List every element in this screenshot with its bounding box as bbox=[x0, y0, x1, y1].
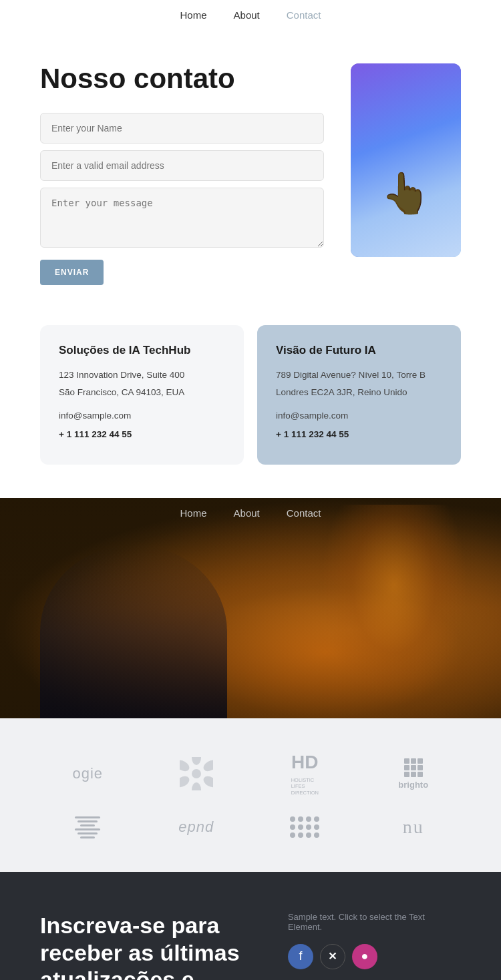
info-card-1: Soluções de IA TechHub 123 Innovation Dr… bbox=[40, 325, 244, 464]
name-input[interactable] bbox=[40, 113, 324, 144]
logo-epnd: epnd bbox=[178, 818, 214, 836]
contact-title: Nosso contato bbox=[40, 63, 324, 94]
facebook-icon[interactable]: f bbox=[288, 944, 313, 969]
info-cards: Soluções de IA TechHub 123 Innovation Dr… bbox=[0, 325, 501, 497]
top-nav: Home About Contact bbox=[0, 0, 501, 30]
logo-hd: HD HOLISTICLIFESDIRECTION bbox=[291, 752, 319, 796]
contact-section: Nosso contato ENVIAR bbox=[0, 30, 501, 325]
contact-hero-image bbox=[351, 63, 461, 257]
info-card-2: Visão de Futuro IA 789 Digital Avenue? N… bbox=[257, 325, 461, 464]
svg-point-0 bbox=[192, 757, 201, 765]
svg-point-2 bbox=[202, 774, 213, 790]
twitter-icon[interactable]: ✕ bbox=[320, 944, 345, 969]
hero-bg bbox=[0, 498, 501, 718]
footer-content: Inscreva-se para receber as últimas atua… bbox=[40, 912, 461, 980]
footer-section: Inscreva-se para receber as últimas atua… bbox=[0, 872, 501, 980]
hero-nav-home[interactable]: Home bbox=[180, 507, 207, 519]
hero-nav-about[interactable]: About bbox=[234, 507, 260, 519]
svg-point-1 bbox=[202, 758, 213, 774]
hero-nav: Home About Contact bbox=[0, 498, 501, 528]
submit-button[interactable]: ENVIAR bbox=[40, 260, 104, 285]
card-email-1: info@sample.com bbox=[59, 409, 225, 423]
footer-sample-text: Sample text. Click to select the Text El… bbox=[288, 912, 461, 932]
social-icons: f ✕ ● bbox=[288, 944, 461, 969]
logo-stripes bbox=[75, 816, 100, 838]
hero-image-section: Home About Contact bbox=[0, 498, 501, 718]
card-phone-2: + 1 111 232 44 55 bbox=[276, 427, 442, 442]
logos-section: ogie HD HOLISTICLIFESDIRECTION brighto bbox=[0, 718, 501, 872]
nav-about[interactable]: About bbox=[234, 9, 260, 21]
footer-right: Sample text. Click to select the Text El… bbox=[288, 912, 461, 980]
logo-flower bbox=[180, 757, 213, 790]
card-address-1a: 123 Innovation Drive, Suite 400 bbox=[59, 368, 225, 383]
logo-brighto: brighto bbox=[398, 758, 428, 790]
footer-left: Inscreva-se para receber as últimas atua… bbox=[40, 912, 248, 980]
logo-ogie: ogie bbox=[72, 765, 103, 782]
card-phone-1: + 1 111 232 44 55 bbox=[59, 427, 225, 442]
logo-nu: nu bbox=[403, 816, 424, 838]
card-address-1b: São Francisco, CA 94103, EUA bbox=[59, 385, 225, 400]
nav-home[interactable]: Home bbox=[180, 9, 207, 21]
card-email-2: info@sample.com bbox=[276, 409, 442, 423]
email-input[interactable] bbox=[40, 150, 324, 181]
svg-point-4 bbox=[180, 774, 191, 790]
logo-dots bbox=[290, 816, 319, 838]
instagram-icon[interactable]: ● bbox=[352, 944, 377, 969]
contact-form-area: Nosso contato ENVIAR bbox=[40, 63, 324, 285]
svg-point-5 bbox=[180, 758, 191, 774]
card-title-1: Soluções de IA TechHub bbox=[59, 344, 225, 357]
message-input[interactable] bbox=[40, 188, 324, 248]
contact-form: ENVIAR bbox=[40, 113, 324, 285]
hero-nav-contact[interactable]: Contact bbox=[287, 507, 321, 519]
footer-heading: Inscreva-se para receber as últimas atua… bbox=[40, 912, 248, 980]
svg-point-6 bbox=[192, 769, 201, 778]
card-address-2a: 789 Digital Avenue? Nível 10, Torre B bbox=[276, 368, 442, 383]
card-title-2: Visão de Futuro IA bbox=[276, 344, 442, 357]
nav-contact[interactable]: Contact bbox=[287, 9, 321, 21]
svg-point-3 bbox=[192, 782, 201, 790]
card-address-2b: Londres EC2A 3JR, Reino Unido bbox=[276, 385, 442, 400]
